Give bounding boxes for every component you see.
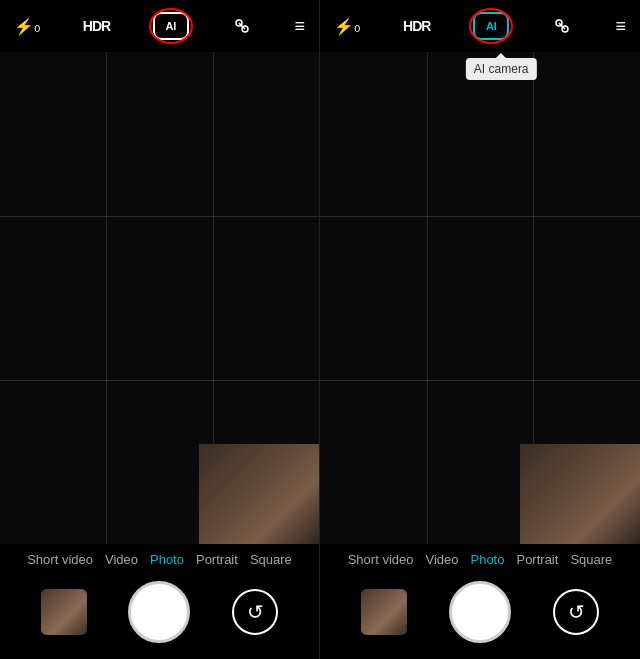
mode-portrait-left[interactable]: Portrait — [196, 552, 238, 567]
ai-camera-tooltip: AI camera — [466, 58, 537, 80]
ai-button-left[interactable]: AI — [153, 12, 189, 40]
grid-h2-left — [0, 380, 319, 381]
flip-camera-button-left[interactable]: ↺ — [232, 589, 278, 635]
grid-h2-right — [320, 380, 640, 381]
menu-icon-right[interactable]: ≡ — [615, 16, 626, 37]
mode-square-right[interactable]: Square — [570, 552, 612, 567]
mode-short-video-right[interactable]: Short video — [348, 552, 414, 567]
filters-icon-left[interactable] — [232, 16, 252, 36]
flip-icon-right: ↺ — [568, 600, 585, 624]
gallery-thumbnail-right[interactable] — [361, 589, 407, 635]
gallery-thumbnail-left[interactable] — [41, 589, 87, 635]
flip-icon-left: ↺ — [247, 600, 264, 624]
flash-icon-right[interactable]: ⚡₀ — [334, 17, 360, 36]
mode-portrait-right[interactable]: Portrait — [516, 552, 558, 567]
left-toolbar: ⚡₀ HDR AI ≡ — [0, 0, 319, 52]
bottom-controls-left: ↺ — [0, 573, 319, 659]
menu-icon-left[interactable]: ≡ — [294, 16, 305, 37]
mode-photo-left[interactable]: Photo — [150, 552, 184, 567]
room-scene-right — [520, 444, 640, 544]
grid-v1-left — [106, 52, 107, 544]
ai-button-right[interactable]: AI — [473, 12, 509, 40]
left-viewfinder — [0, 52, 319, 544]
room-scene-left — [199, 444, 319, 544]
shutter-button-left[interactable] — [128, 581, 190, 643]
gallery-image-right — [361, 589, 407, 635]
grid-v1-right — [427, 52, 428, 544]
mode-short-video-left[interactable]: Short video — [27, 552, 93, 567]
mode-bar-left: Short video Video Photo Portrait Square — [0, 544, 319, 573]
hdr-button-right[interactable]: HDR — [403, 18, 430, 34]
left-panel: ⚡₀ HDR AI ≡ Short video Video Photo Port… — [0, 0, 320, 659]
hdr-button-left[interactable]: HDR — [83, 18, 110, 34]
flash-icon-left[interactable]: ⚡₀ — [14, 17, 40, 36]
flip-camera-button-right[interactable]: ↺ — [553, 589, 599, 635]
right-viewfinder — [320, 52, 640, 544]
right-panel: ⚡₀ HDR AI ≡ AI camera Short video Video … — [320, 0, 640, 659]
mode-video-right[interactable]: Video — [425, 552, 458, 567]
mode-video-left[interactable]: Video — [105, 552, 138, 567]
grid-h1-left — [0, 216, 319, 217]
right-toolbar: ⚡₀ HDR AI ≡ — [320, 0, 640, 52]
grid-h1-right — [320, 216, 640, 217]
gallery-image-left — [41, 589, 87, 635]
filters-icon-right[interactable] — [552, 16, 572, 36]
mode-photo-right[interactable]: Photo — [470, 552, 504, 567]
mode-bar-right: Short video Video Photo Portrait Square — [320, 544, 640, 573]
mode-square-left[interactable]: Square — [250, 552, 292, 567]
shutter-button-right[interactable] — [449, 581, 511, 643]
bottom-controls-right: ↺ — [320, 573, 640, 659]
